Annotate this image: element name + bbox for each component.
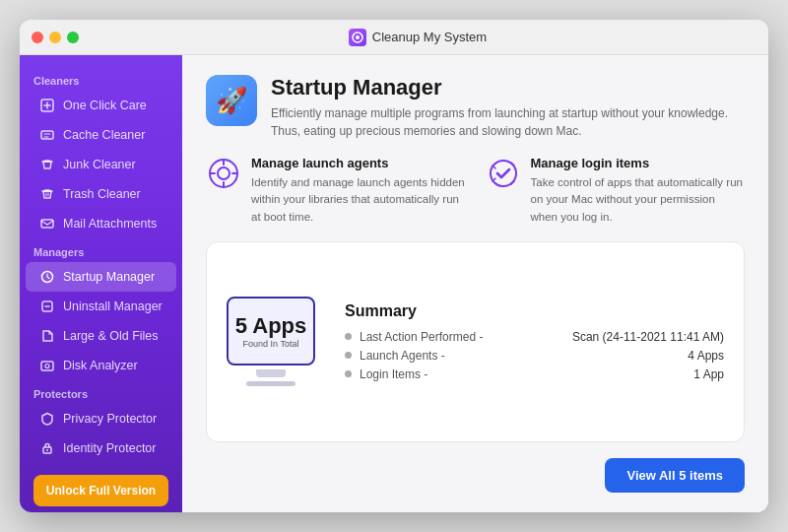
svg-rect-4	[41, 220, 53, 228]
row2-value: 4 Apps	[688, 349, 724, 363]
summary-title: Summary	[345, 302, 724, 320]
summary-row-login-items: Login Items - 1 App	[345, 367, 724, 381]
sidebar-item-identity-protector[interactable]: Identity Protector	[26, 433, 176, 463]
summary-dot-2	[345, 352, 352, 359]
svg-rect-3	[41, 131, 53, 139]
features-row: Manage launch agents Identify and manage…	[206, 156, 745, 226]
summary-dot-1	[345, 333, 352, 340]
feature2-title: Manage login items	[531, 156, 746, 170]
trash-cleaner-icon	[39, 186, 55, 202]
feature2-desc: Take control of apps that automatically …	[531, 174, 746, 226]
minimize-button[interactable]	[49, 32, 61, 43]
monitor-display: 5 Apps Found In Total	[227, 297, 315, 366]
summary-visual: 5 Apps Found In Total	[227, 297, 315, 386]
svg-rect-7	[41, 362, 53, 370]
summary-row-last-action: Last Action Performed - Scan (24-11-2021…	[345, 330, 724, 344]
panel-header-text: Startup Manager Efficiently manage multi…	[271, 75, 744, 140]
sidebar-item-one-click-care[interactable]: One Click Care	[26, 91, 176, 120]
one-click-care-label: One Click Care	[63, 99, 147, 112]
summary-info: Summary Last Action Performed - Scan (24…	[345, 302, 724, 381]
svg-point-8	[45, 365, 49, 368]
cache-cleaner-icon	[39, 127, 55, 143]
feature1-title: Manage launch agents	[251, 156, 466, 170]
protectors-section-label: Protectors	[20, 380, 182, 404]
row3-value: 1 App	[693, 367, 724, 381]
main-panel: 🚀 Startup Manager Efficiently manage mul…	[182, 55, 768, 512]
sidebar-item-uninstall-manager[interactable]: Uninstall Manager	[26, 292, 176, 321]
summary-rows: Last Action Performed - Scan (24-11-2021…	[345, 330, 724, 381]
feature-launch-agents-text: Manage launch agents Identify and manage…	[251, 156, 466, 226]
monitor-label: Found In Total	[243, 339, 299, 351]
row2-label: Launch Agents -	[360, 349, 680, 363]
feature1-desc: Identify and manage launch agents hidden…	[251, 174, 466, 226]
summary-dot-3	[345, 370, 352, 377]
sidebar: Cleaners One Click Care Cache	[20, 55, 182, 512]
sidebar-item-privacy-protector[interactable]: Privacy Protector	[26, 404, 176, 433]
panel-header: 🚀 Startup Manager Efficiently manage mul…	[206, 75, 745, 140]
row1-value: Scan (24-11-2021 11:41 AM)	[572, 330, 724, 344]
login-items-icon	[486, 156, 521, 191]
svg-point-12	[218, 167, 230, 179]
feature-launch-agents: Manage launch agents Identify and manage…	[206, 156, 466, 226]
feature-login-items: Manage login items Take control of apps …	[486, 156, 746, 226]
sidebar-item-trash-cleaner[interactable]: Trash Cleaner	[26, 179, 176, 209]
unlock-full-version-button[interactable]: Unlock Full Version	[33, 475, 168, 506]
junk-cleaner-icon	[39, 157, 55, 172]
launch-agents-icon	[206, 156, 241, 191]
startup-manager-label: Startup Manager	[63, 270, 155, 284]
privacy-protector-label: Privacy Protector	[63, 412, 157, 426]
sidebar-item-disk-analyzer[interactable]: Disk Analyzer	[26, 351, 176, 380]
sidebar-bottom: Unlock Full Version	[20, 463, 182, 512]
sidebar-item-cache-cleaner[interactable]: Cache Cleaner	[26, 120, 176, 150]
maximize-button[interactable]	[67, 32, 79, 43]
large-files-icon	[39, 328, 55, 344]
cache-cleaner-label: Cache Cleaner	[63, 128, 145, 142]
view-all-button[interactable]: View All 5 items	[605, 458, 745, 493]
app-window: Cleanup My System Cleaners One Click Car…	[20, 20, 768, 512]
large-old-files-label: Large & Old Files	[63, 329, 159, 343]
row3-label: Login Items -	[360, 367, 686, 381]
one-click-care-icon	[39, 98, 55, 113]
monitor-count: 5 Apps	[235, 313, 307, 339]
disk-analyzer-icon	[39, 358, 55, 373]
titlebar-center: Cleanup My System	[79, 29, 756, 46]
mail-attachments-label: Mail Attachments	[63, 217, 157, 231]
sidebar-item-junk-cleaner[interactable]: Junk Cleaner	[26, 150, 176, 179]
uninstall-manager-label: Uninstall Manager	[63, 299, 163, 313]
managers-section-label: Managers	[20, 238, 182, 262]
startup-manager-icon	[39, 269, 55, 285]
svg-point-1	[356, 35, 360, 39]
traffic-lights	[32, 32, 79, 43]
app-title: Cleanup My System	[372, 30, 487, 44]
feature-login-items-text: Manage login items Take control of apps …	[531, 156, 746, 226]
sidebar-item-large-old-files[interactable]: Large & Old Files	[26, 321, 176, 351]
summary-row-launch-agents: Launch Agents - 4 Apps	[345, 349, 724, 363]
trash-cleaner-label: Trash Cleaner	[63, 187, 141, 201]
junk-cleaner-label: Junk Cleaner	[63, 158, 136, 171]
mail-icon	[39, 216, 55, 232]
main-content: Cleaners One Click Care Cache	[20, 55, 768, 512]
monitor-stand	[256, 369, 286, 377]
sidebar-item-mail-attachments[interactable]: Mail Attachments	[26, 209, 176, 238]
cleaners-section-label: Cleaners	[20, 67, 182, 91]
app-icon	[349, 29, 366, 46]
close-button[interactable]	[32, 32, 43, 43]
row1-label: Last Action Performed -	[360, 330, 564, 344]
summary-card: 5 Apps Found In Total Summary Last Actio…	[206, 241, 745, 442]
svg-point-10	[46, 449, 48, 451]
panel-title: Startup Manager	[271, 75, 744, 100]
monitor-base	[246, 381, 296, 386]
identity-protector-label: Identity Protector	[63, 441, 157, 455]
panel-description: Efficiently manage multiple programs fro…	[271, 104, 744, 140]
startup-manager-header-icon: 🚀	[206, 75, 257, 126]
uninstall-manager-icon	[39, 299, 55, 314]
sidebar-item-startup-manager[interactable]: Startup Manager	[26, 262, 176, 292]
disk-analyzer-label: Disk Analyzer	[63, 359, 138, 372]
panel-footer: View All 5 items	[206, 458, 745, 493]
identity-protector-icon	[39, 440, 55, 456]
privacy-protector-icon	[39, 411, 55, 427]
titlebar: Cleanup My System	[20, 20, 768, 55]
